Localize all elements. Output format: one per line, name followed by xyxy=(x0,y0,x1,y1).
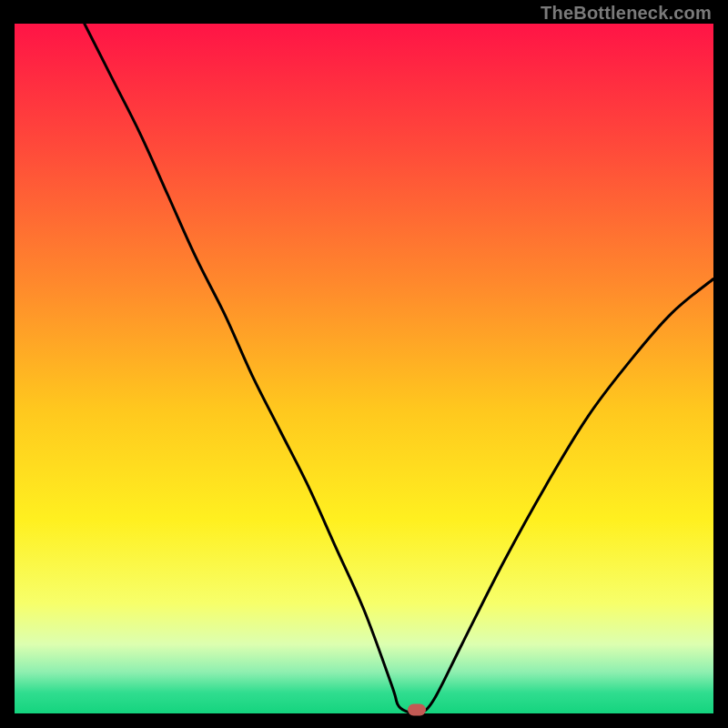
chart-frame xyxy=(15,24,713,713)
optimal-point-marker xyxy=(408,704,426,716)
watermark-text: TheBottleneck.com xyxy=(541,3,712,24)
bottleneck-chart xyxy=(15,24,713,713)
